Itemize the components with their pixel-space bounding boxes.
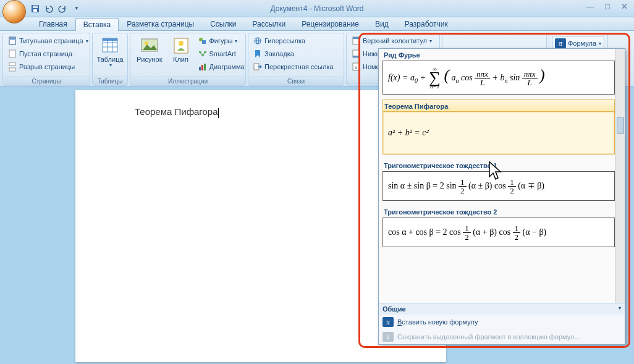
equation-title: Тригонометрическое тождество 2 [383, 206, 615, 218]
header-button[interactable]: Верхний колонтитул▾ [349, 35, 434, 47]
save-to-gallery: π Сохранить выделенный фрагмент в коллек… [379, 329, 625, 344]
tab-insert[interactable]: Вставка [75, 18, 119, 31]
svg-rect-26 [201, 65, 203, 70]
shapes-button[interactable]: Фигуры▾ [196, 35, 247, 47]
smartart-button[interactable]: SmartArt [196, 48, 247, 60]
tab-view[interactable]: Вид [367, 17, 397, 30]
group-illustrations: Рисунок Клип Фигуры▾ SmartArt Диаграмма [130, 33, 246, 86]
svg-rect-33 [353, 37, 359, 39]
svg-line-23 [200, 53, 203, 54]
equation-section-header[interactable]: Общие ▾ [379, 303, 625, 315]
equation-preview: f(x) = a0 + ∞∑n=1 ( an cos nπxL + bn sin… [383, 61, 615, 95]
bookmark-label: Закладка [264, 50, 294, 57]
pi-icon: π [555, 38, 566, 48]
hyperlink-label: Гиперссылка [264, 37, 305, 44]
picture-label: Рисунок [137, 56, 163, 63]
page-break-label: Разрыв страницы [19, 63, 75, 70]
hyperlink-button[interactable]: Гиперссылка [251, 35, 336, 47]
equation-preview: sin α ± sin β = 2 sin 12 (α ± β) cos 12 … [383, 171, 615, 201]
group-pages: Титульная страница▾ Пустая страница Разр… [2, 33, 90, 86]
equation-preview: a² + b² = c² [383, 111, 615, 154]
equation-label: Формула [568, 40, 596, 47]
tab-review[interactable]: Рецензирование [294, 17, 367, 30]
group-links: Гиперссылка Закладка Перекрестная ссылка… [248, 33, 344, 86]
tab-references[interactable]: Ссылки [202, 17, 244, 30]
cover-page-button[interactable]: Титульная страница▾ [6, 35, 90, 47]
crossref-button[interactable]: Перекрестная ссылка [251, 61, 336, 73]
scrollbar-thumb[interactable] [617, 117, 624, 134]
tab-home[interactable]: Главная [31, 17, 75, 30]
group-links-label: Связи [248, 77, 344, 85]
smartart-label: SmartArt [209, 50, 236, 57]
save-icon[interactable] [30, 3, 41, 14]
group-illustrations-label: Иллюстрации [130, 77, 245, 85]
svg-rect-2 [33, 9, 37, 12]
page-break-button[interactable]: Разрыв страницы [6, 61, 90, 73]
svg-rect-1 [33, 6, 38, 8]
crossref-label: Перекрестная ссылка [264, 63, 334, 70]
equation-item-trig1[interactable]: Тригонометрическое тождество 1 sin α ± s… [379, 159, 625, 206]
svg-rect-35 [353, 56, 359, 57]
clipart-button[interactable]: Клип [167, 35, 195, 64]
tab-mailings[interactable]: Рассылки [244, 17, 294, 30]
equation-item-trig2[interactable]: Тригонометрическое тождество 2 cos α + c… [379, 206, 625, 252]
scrollbar[interactable] [615, 49, 625, 303]
svg-point-15 [145, 41, 148, 45]
svg-rect-13 [103, 38, 117, 41]
svg-line-24 [203, 53, 205, 54]
footer-label: Нижн [363, 50, 380, 57]
equation-title: Тригонометрическое тождество 1 [383, 159, 615, 171]
svg-rect-5 [9, 50, 15, 57]
close-button[interactable]: ✕ [619, 2, 630, 11]
undo-icon[interactable] [43, 3, 54, 14]
equation-title: Теорема Пифагора [383, 99, 615, 112]
pi-icon: π [383, 317, 394, 327]
tab-page-layout[interactable]: Разметка страницы [119, 17, 202, 30]
tab-developer[interactable]: Разработчик [397, 17, 456, 30]
svg-rect-7 [9, 68, 15, 71]
header-label: Верхний колонтитул [363, 37, 427, 44]
svg-rect-25 [199, 67, 201, 70]
title-bar: ▼ Документ4 - Microsoft Word — □ ✕ [0, 0, 634, 17]
insert-new-equation[interactable]: π Вставить новую формулу [379, 315, 625, 329]
window-title: Документ4 - Microsoft Word [270, 4, 363, 13]
equation-item-pythagoras[interactable]: Теорема Пифагора a² + b² = c² [379, 99, 625, 159]
cover-page-label: Титульная страница [19, 37, 83, 44]
picture-button[interactable]: Рисунок [133, 35, 166, 64]
svg-rect-27 [204, 64, 206, 70]
equation-item-fourier[interactable]: Ряд Фурье f(x) = a0 + ∞∑n=1 ( an cos nπx… [379, 49, 625, 99]
office-button[interactable] [2, 0, 26, 23]
group-pages-label: Страницы [3, 77, 90, 85]
qat-dropdown-icon[interactable]: ▼ [71, 3, 82, 14]
document-text: Теорема Пифагора [135, 106, 218, 117]
save-gallery-label: Сохранить выделенный фрагмент в коллекци… [397, 333, 580, 341]
quick-access-toolbar: ▼ [30, 3, 82, 14]
window-controls: — □ ✕ [583, 2, 630, 11]
svg-rect-22 [201, 54, 204, 56]
blank-page-button[interactable]: Пустая страница [6, 48, 90, 60]
page-number-label: Номе [363, 63, 380, 70]
maximize-button[interactable]: □ [602, 2, 612, 11]
svg-text:#: # [355, 66, 357, 70]
blank-page-label: Пустая страница [19, 50, 72, 57]
svg-rect-21 [204, 51, 206, 53]
text-cursor [218, 108, 219, 118]
equation-preview: cos α + cos β = 2 cos 12 (α + β) cos 12 … [383, 218, 615, 247]
minimize-button[interactable]: — [583, 2, 596, 11]
group-tables: Таблица▾ Таблицы [92, 33, 128, 86]
svg-rect-6 [9, 62, 15, 66]
chart-button[interactable]: Диаграмма [196, 61, 247, 73]
pi-icon: π [383, 332, 394, 342]
clipart-label: Клип [173, 56, 188, 63]
insert-equation-label: ставить новую формулу [402, 318, 478, 326]
group-tables-label: Таблицы [93, 77, 127, 85]
svg-point-17 [179, 41, 184, 46]
svg-rect-20 [199, 51, 201, 53]
ribbon-tabs: Главная Вставка Разметка страницы Ссылки… [0, 17, 634, 31]
svg-rect-4 [10, 38, 15, 40]
redo-icon[interactable] [57, 3, 68, 14]
equation-gallery: Ряд Фурье f(x) = a0 + ∞∑n=1 ( an cos nπx… [378, 48, 625, 345]
bookmark-button[interactable]: Закладка [251, 48, 336, 60]
chart-label: Диаграмма [209, 63, 245, 70]
table-button[interactable]: Таблица▾ [93, 35, 127, 70]
